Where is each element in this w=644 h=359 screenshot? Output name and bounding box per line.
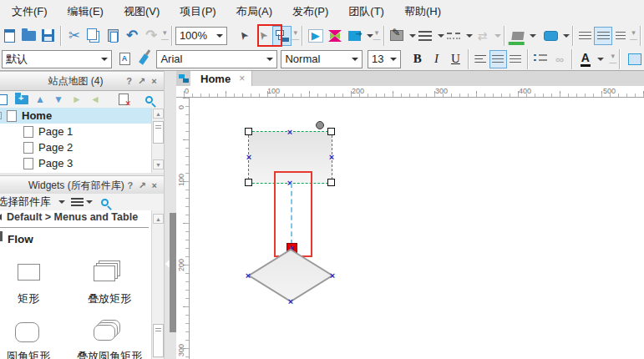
widget-stacked-rounded-rectangle[interactable] [94, 320, 122, 345]
widgets-breadcrumb[interactable]: Default > Menus and Table [7, 211, 138, 223]
bulleted-list-button[interactable] [531, 49, 550, 69]
connection-point-diamond-left[interactable]: × [244, 271, 252, 280]
format-painter-button[interactable] [115, 49, 134, 69]
menu-arrange[interactable]: 布局(A) [226, 1, 282, 23]
toolbar-overflow-chevron[interactable]: ▾— [630, 29, 637, 43]
toolbar-overflow-chevron[interactable]: ▾— [609, 53, 616, 66]
outdent-button[interactable]: ◄ [89, 93, 102, 106]
insert-link-button-disabled[interactable]: ∞ [550, 49, 570, 69]
move-up-button[interactable]: ▲ [33, 93, 47, 106]
line-style-button[interactable] [444, 26, 464, 46]
shape-fill-dropdown-arrow[interactable] [563, 34, 570, 38]
line-style-dropdown-arrow[interactable] [466, 34, 473, 38]
toolbar-overflow-chevron[interactable]: ▾— [161, 29, 169, 43]
scroll-up-button[interactable]: ▲ [153, 214, 164, 224]
connection-point-diamond-bottom[interactable]: × [287, 297, 295, 306]
popout-icon[interactable]: ↗ [136, 180, 148, 191]
select-contained-mode-button[interactable]: ➤ [234, 26, 253, 46]
connector-dashed-line[interactable] [291, 183, 292, 245]
widgets-section-title[interactable]: Flow [8, 233, 33, 245]
line-spacing-medium-button[interactable] [594, 27, 611, 45]
widget-stacked-rectangle[interactable] [94, 260, 122, 284]
menu-view[interactable]: 视图(V) [114, 1, 170, 23]
bold-button[interactable]: B [408, 49, 427, 69]
sitemap-scrollbar[interactable]: ▲ ▼ [151, 108, 164, 173]
back-arrow-icon[interactable] [0, 214, 2, 220]
preview-button[interactable]: ▶ [306, 26, 325, 46]
menu-edit[interactable]: 编辑(E) [58, 1, 114, 23]
scrollbar-thumb[interactable] [153, 121, 164, 144]
tree-item-page3[interactable]: Page 3 [0, 155, 164, 171]
align-left-button[interactable] [472, 50, 489, 68]
rotation-handle[interactable] [316, 121, 324, 129]
widgets-search-button[interactable] [98, 195, 111, 209]
arrow-style-button-disabled[interactable]: ⇄ [473, 26, 492, 46]
popout-icon[interactable]: ↗ [135, 76, 148, 87]
scroll-up-button[interactable]: ▲ [153, 109, 164, 119]
font-color-button[interactable]: A [576, 49, 595, 69]
tree-item-home[interactable]: Home [0, 108, 164, 124]
connection-point-right[interactable]: × [327, 153, 336, 161]
indent-button[interactable]: ► [70, 93, 84, 106]
font-color-dropdown-arrow[interactable] [597, 58, 604, 61]
delete-page-button[interactable] [117, 93, 130, 106]
tree-item-page2[interactable]: Page 2 [0, 139, 164, 155]
connection-point-top[interactable]: × [286, 128, 294, 136]
widget-label[interactable]: 叠放矩形 [88, 291, 131, 306]
redo-button-disabled[interactable]: ↷ [142, 26, 161, 46]
sitemap-search-button[interactable] [142, 93, 155, 106]
widget-rectangle[interactable] [18, 264, 40, 281]
underline-button[interactable]: U [446, 49, 465, 69]
move-down-button[interactable]: ▼ [52, 93, 65, 106]
toolbar-overflow-chevron[interactable]: ▾— [373, 29, 381, 43]
toolbar-overflow-chevron[interactable]: ▾— [292, 29, 299, 43]
menu-file[interactable]: 文件(F) [2, 1, 58, 23]
scrollbar-thumb[interactable] [153, 324, 164, 357]
tab-close-icon[interactable]: × [239, 73, 245, 84]
align-center-button[interactable] [489, 50, 507, 68]
resize-handle-sw[interactable] [245, 179, 252, 186]
arrow-style-dropdown-arrow[interactable] [494, 34, 501, 38]
resize-handle-se[interactable] [327, 179, 335, 186]
collapse-panel-arrow-icon[interactable] [165, 260, 170, 268]
design-canvas[interactable]: × × × × × × × × [190, 98, 644, 359]
clipped-toolbar-button[interactable] [625, 49, 644, 69]
widget-label[interactable]: 矩形 [18, 291, 39, 306]
font-style-combobox[interactable]: Normal [281, 50, 363, 68]
tab-home[interactable]: Home × [190, 71, 252, 86]
library-options-arrow[interactable] [86, 200, 93, 204]
style-editor-button[interactable] [388, 26, 407, 46]
font-size-combobox[interactable]: 13 [368, 50, 401, 68]
line-spacing-small-button[interactable] [576, 27, 594, 45]
connector-mode-button[interactable] [272, 26, 292, 46]
add-page-button[interactable] [0, 93, 10, 106]
share-button[interactable] [325, 26, 344, 46]
connection-point-diamond-right[interactable]: × [328, 271, 337, 280]
line-width-button[interactable] [416, 26, 435, 46]
widget-label[interactable]: 圆角矩形 [7, 349, 50, 359]
paste-button[interactable] [104, 26, 123, 46]
cut-button[interactable]: ✂ [64, 26, 84, 46]
new-file-button[interactable] [0, 26, 19, 46]
italic-button[interactable]: I [427, 49, 446, 69]
library-selector-arrow[interactable] [58, 200, 65, 204]
splitter-scrollbar-thumb[interactable] [170, 213, 176, 332]
fill-color-dropdown-arrow[interactable] [530, 34, 536, 38]
help-icon[interactable]: ? [124, 180, 136, 190]
section-expander-icon[interactable] [0, 231, 3, 241]
select-intersected-mode-button[interactable]: ➤ [253, 26, 272, 46]
align-right-button[interactable] [507, 50, 525, 68]
menu-publish[interactable]: 发布(P) [282, 1, 338, 23]
line-spacing-large-button[interactable] [612, 27, 630, 45]
tree-item-page1[interactable]: Page 1 [0, 124, 164, 139]
save-button[interactable] [38, 26, 58, 46]
copy-button[interactable] [84, 26, 103, 46]
scroll-down-button[interactable]: ▼ [153, 159, 164, 169]
widget-rounded-rectangle[interactable] [15, 322, 39, 342]
widget-label[interactable]: 叠放圆角矩形 [77, 349, 142, 359]
open-file-button[interactable] [19, 26, 38, 46]
menu-project[interactable]: 项目(P) [170, 1, 226, 23]
font-family-combobox[interactable]: Arial [156, 50, 277, 68]
expander-icon[interactable] [0, 112, 2, 119]
library-selector-dropdown[interactable]: 选择部件库 [0, 195, 51, 210]
